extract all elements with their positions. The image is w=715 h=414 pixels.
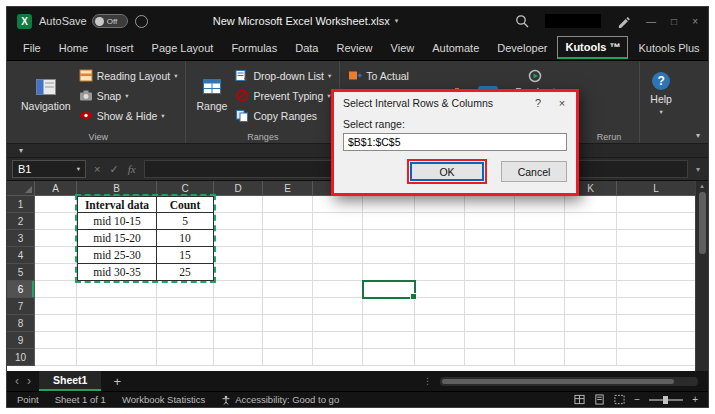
cancel-entry-icon[interactable]: × — [94, 163, 100, 175]
cell-K5[interactable] — [565, 264, 617, 281]
cell-D3[interactable] — [214, 230, 263, 247]
cell-A5[interactable] — [35, 264, 77, 281]
cell-D8[interactable] — [214, 315, 263, 332]
cell-B10[interactable] — [77, 349, 157, 366]
column-header-c[interactable]: C — [157, 181, 214, 196]
cell-C2[interactable]: 5 — [157, 213, 214, 230]
cell-K2[interactable] — [565, 213, 617, 230]
cell-A3[interactable] — [35, 230, 77, 247]
close-window-button[interactable]: × — [692, 16, 698, 27]
cell-G9[interactable] — [363, 332, 415, 349]
cell-K9[interactable] — [565, 332, 617, 349]
cell-F4[interactable] — [313, 247, 363, 264]
document-title[interactable]: New Microsoft Excel Worksheet.xlsx ▾ — [213, 15, 399, 27]
cell-J6[interactable] — [515, 281, 565, 298]
cell-I6[interactable] — [465, 281, 515, 298]
search-icon[interactable] — [515, 14, 529, 28]
cell-I9[interactable] — [465, 332, 515, 349]
workbook-statistics-button[interactable]: Workbook Statistics — [122, 394, 205, 405]
cell-E6[interactable] — [263, 281, 313, 298]
menu-tab-formulas[interactable]: Formulas — [223, 37, 285, 59]
row-header-7[interactable]: 7 — [7, 298, 35, 315]
cell-A9[interactable] — [35, 332, 77, 349]
dialog-close-button[interactable]: × — [550, 92, 574, 113]
cell-L6[interactable] — [617, 281, 695, 298]
zoom-slider-knob[interactable] — [663, 396, 668, 404]
cell-C3[interactable]: 10 — [157, 230, 214, 247]
cell-E2[interactable] — [263, 213, 313, 230]
menu-tab-page-layout[interactable]: Page Layout — [144, 37, 222, 59]
expand-formula-bar-icon[interactable]: ▾ — [693, 165, 703, 174]
cell-I3[interactable] — [465, 230, 515, 247]
autosave-control[interactable]: AutoSave Off — [39, 14, 128, 28]
cell-G5[interactable] — [363, 264, 415, 281]
vertical-scrollbar[interactable]: ▴ — [695, 181, 708, 371]
cell-C10[interactable] — [157, 349, 214, 366]
cell-H4[interactable] — [415, 247, 465, 264]
cell-F10[interactable] — [313, 349, 363, 366]
cell-H5[interactable] — [415, 264, 465, 281]
name-box[interactable]: B1 ▾ — [12, 160, 86, 178]
show-hide-button[interactable]: Show & Hide ▾ — [76, 107, 181, 124]
cell-B9[interactable] — [77, 332, 157, 349]
cell-F5[interactable] — [313, 264, 363, 281]
cell-K1[interactable] — [565, 196, 617, 213]
cell-G1[interactable] — [363, 196, 415, 213]
cell-J9[interactable] — [515, 332, 565, 349]
menu-tab-data[interactable]: Data — [287, 37, 326, 59]
column-header-e[interactable]: E — [263, 181, 313, 196]
cell-J3[interactable] — [515, 230, 565, 247]
cell-I5[interactable] — [465, 264, 515, 281]
cell-I4[interactable] — [465, 247, 515, 264]
cell-I7[interactable] — [465, 298, 515, 315]
cell-E3[interactable] — [263, 230, 313, 247]
row-header-3[interactable]: 3 — [7, 230, 35, 247]
normal-view-icon[interactable] — [574, 394, 585, 405]
cell-E9[interactable] — [263, 332, 313, 349]
cell-G4[interactable] — [363, 247, 415, 264]
cell-A1[interactable] — [35, 196, 77, 213]
confirm-entry-icon[interactable]: ✓ — [109, 163, 118, 176]
cell-D10[interactable] — [214, 349, 263, 366]
cell-H9[interactable] — [415, 332, 465, 349]
accessibility-status[interactable]: Accessibility: Good to go — [221, 394, 339, 405]
cell-D6[interactable] — [214, 281, 263, 298]
row-header-8[interactable]: 8 — [7, 315, 35, 332]
zoom-out-button[interactable]: − — [634, 394, 640, 405]
cell-A7[interactable] — [35, 298, 77, 315]
cell-K8[interactable] — [565, 315, 617, 332]
cell-H7[interactable] — [415, 298, 465, 315]
cell-L3[interactable] — [617, 230, 695, 247]
row-header-9[interactable]: 9 — [7, 332, 35, 349]
cell-E5[interactable] — [263, 264, 313, 281]
cell-J2[interactable] — [515, 213, 565, 230]
cell-J7[interactable] — [515, 298, 565, 315]
row-header-10[interactable]: 10 — [7, 349, 35, 366]
reading-layout-button[interactable]: Reading Layout ▾ — [76, 67, 181, 84]
save-status-icon[interactable] — [135, 15, 148, 28]
cell-E4[interactable] — [263, 247, 313, 264]
cell-H8[interactable] — [415, 315, 465, 332]
row-header-2[interactable]: 2 — [7, 213, 35, 230]
page-layout-view-icon[interactable] — [594, 394, 605, 405]
cell-L4[interactable] — [617, 247, 695, 264]
cell-H1[interactable] — [415, 196, 465, 213]
cell-J10[interactable] — [515, 349, 565, 366]
cell-F7[interactable] — [313, 298, 363, 315]
drop-down-list-button[interactable]: Drop-down List ▾ — [232, 67, 334, 84]
cell-G8[interactable] — [363, 315, 415, 332]
cell-J1[interactable] — [515, 196, 565, 213]
cell-B4[interactable]: mid 25-30 — [77, 247, 157, 264]
cell-E1[interactable] — [263, 196, 313, 213]
menu-tab-kutools-plus[interactable]: Kutools Plus — [630, 37, 707, 59]
cell-A10[interactable] — [35, 349, 77, 366]
cell-B8[interactable] — [77, 315, 157, 332]
cell-G10[interactable] — [363, 349, 415, 366]
cell-L1[interactable] — [617, 196, 695, 213]
help-button[interactable]: ? Help ▾ — [645, 64, 677, 124]
cell-F2[interactable] — [313, 213, 363, 230]
cell-F6[interactable] — [313, 281, 363, 298]
cell-K4[interactable] — [565, 247, 617, 264]
cell-E10[interactable] — [263, 349, 313, 366]
cell-K7[interactable] — [565, 298, 617, 315]
